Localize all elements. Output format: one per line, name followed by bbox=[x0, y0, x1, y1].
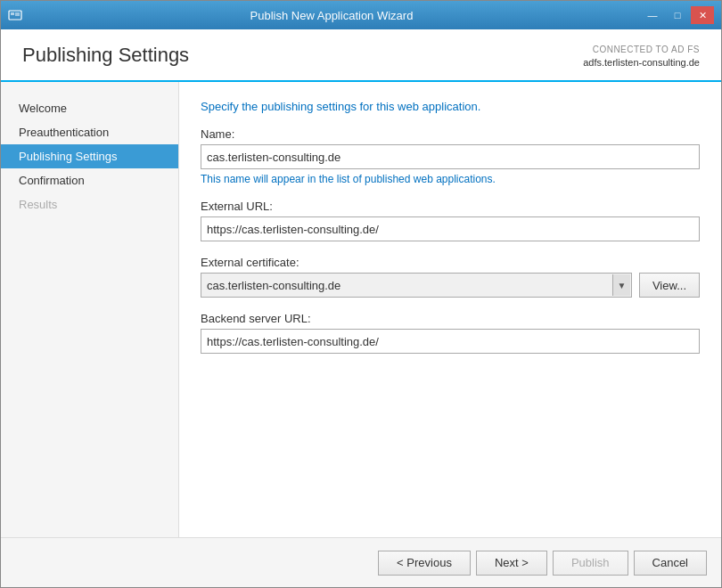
sidebar-item-confirmation[interactable]: Confirmation bbox=[1, 168, 178, 192]
external-cert-select[interactable]: cas.terlisten-consulting.de bbox=[201, 273, 632, 298]
main-content: Welcome Preauthentication Publishing Set… bbox=[1, 82, 721, 537]
view-cert-button[interactable]: View... bbox=[639, 273, 700, 298]
cancel-button[interactable]: Cancel bbox=[634, 551, 707, 576]
window-controls: — □ ✕ bbox=[641, 6, 714, 24]
maximize-button[interactable]: □ bbox=[666, 6, 689, 24]
window-title: Publish New Application Wizard bbox=[22, 9, 641, 22]
previous-button[interactable]: < Previous bbox=[378, 551, 471, 576]
page-header: Publishing Settings CONNECTED TO AD FS a… bbox=[1, 29, 721, 82]
wizard-window: Publish New Application Wizard — □ ✕ Pub… bbox=[0, 0, 722, 588]
next-button[interactable]: Next > bbox=[476, 551, 547, 576]
cert-select-row: cas.terlisten-consulting.de ▼ View... bbox=[201, 273, 700, 298]
name-input[interactable] bbox=[201, 144, 700, 169]
external-url-group: External URL: bbox=[201, 200, 700, 241]
page-title: Publishing Settings bbox=[22, 44, 189, 67]
name-hint: This name will appear in the list of pub… bbox=[201, 173, 700, 185]
external-cert-group: External certificate: cas.terlisten-cons… bbox=[201, 256, 700, 298]
title-bar: Publish New Application Wizard — □ ✕ bbox=[1, 1, 721, 29]
sidebar-item-publishing-settings[interactable]: Publishing Settings bbox=[1, 144, 178, 168]
connection-label: CONNECTED TO AD FS bbox=[583, 44, 700, 56]
sidebar: Welcome Preauthentication Publishing Set… bbox=[1, 82, 179, 537]
sidebar-item-welcome[interactable]: Welcome bbox=[1, 96, 178, 120]
app-icon bbox=[8, 8, 22, 22]
intro-text: Specify the publishing settings for this… bbox=[201, 100, 700, 113]
external-url-label: External URL: bbox=[201, 200, 700, 213]
content-area: Specify the publishing settings for this… bbox=[179, 82, 721, 537]
footer: < Previous Next > Publish Cancel bbox=[1, 537, 721, 587]
external-cert-label: External certificate: bbox=[201, 256, 700, 269]
close-button[interactable]: ✕ bbox=[691, 6, 714, 24]
external-url-input[interactable] bbox=[201, 216, 700, 241]
connection-info: CONNECTED TO AD FS adfs.terlisten-consul… bbox=[583, 44, 700, 69]
backend-url-group: Backend server URL: bbox=[201, 312, 700, 354]
cert-select-wrapper: cas.terlisten-consulting.de ▼ bbox=[201, 273, 632, 298]
sidebar-item-results: Results bbox=[1, 192, 178, 216]
sidebar-item-preauthentication[interactable]: Preauthentication bbox=[1, 120, 178, 144]
name-label: Name: bbox=[201, 127, 700, 141]
name-field-group: Name: This name will appear in the list … bbox=[201, 127, 700, 185]
minimize-button[interactable]: — bbox=[641, 6, 664, 24]
backend-url-label: Backend server URL: bbox=[201, 312, 700, 325]
publish-button: Publish bbox=[553, 551, 628, 576]
svg-rect-1 bbox=[11, 12, 14, 15]
connection-value: adfs.terlisten-consulting.de bbox=[583, 56, 700, 69]
backend-url-input[interactable] bbox=[201, 329, 700, 354]
